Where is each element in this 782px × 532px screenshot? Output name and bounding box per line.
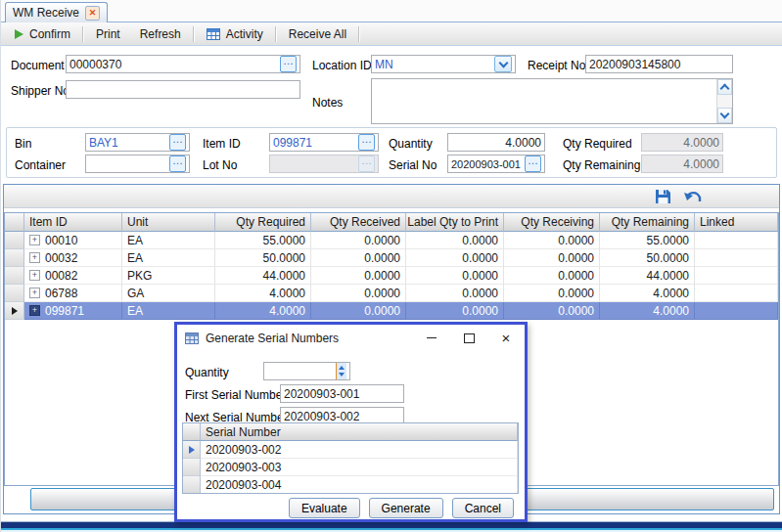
row-selector[interactable]	[5, 285, 24, 302]
column-header-qty-received[interactable]: Qty Received	[311, 213, 406, 232]
ellipsis-lookup-icon[interactable]: …	[169, 155, 186, 172]
dialog-quantity-field[interactable]	[263, 362, 350, 380]
receipt-no-field[interactable]: 20200903145800	[585, 55, 733, 73]
table-row[interactable]: 20200903-003	[183, 459, 518, 476]
scroll-up-icon[interactable]	[717, 79, 732, 95]
refresh-button[interactable]: Refresh	[130, 22, 191, 45]
serial-no-label: Serial No	[389, 158, 437, 172]
dropdown-icon[interactable]	[494, 56, 512, 72]
item-id-field[interactable]: 099871 …	[269, 133, 379, 152]
dialog-quantity-label: Quantity	[185, 366, 229, 379]
undo-button[interactable]	[683, 190, 703, 207]
column-header-linked[interactable]: Linked	[695, 213, 778, 232]
generate-button[interactable]: Generate	[369, 498, 443, 518]
table-row[interactable]: +06788 GA 4.0000 0.0000 0.0000 0.0000 4.…	[5, 285, 778, 302]
row-selector[interactable]	[5, 302, 24, 320]
column-header-qty-remaining[interactable]: Qty Remaining	[600, 213, 695, 232]
bin-field[interactable]: BAY1 …	[85, 133, 190, 152]
print-button[interactable]: Print	[86, 22, 130, 45]
ellipsis-lookup-icon[interactable]: …	[169, 134, 186, 151]
column-header-qty-required[interactable]: Qty Required	[215, 213, 311, 232]
ellipsis-lookup-icon: …	[358, 155, 375, 172]
maximize-button[interactable]	[458, 330, 480, 347]
minimize-button[interactable]	[421, 330, 442, 347]
document-no-field[interactable]: 00000370 …	[66, 55, 300, 73]
serial-numbers-grid: Serial Number 20200903-002 20200903-003 …	[182, 422, 519, 494]
dialog-titlebar[interactable]: Generate Serial Numbers ×	[177, 325, 525, 351]
container-field[interactable]: …	[85, 155, 190, 173]
shipper-no-field[interactable]	[66, 80, 300, 99]
qty-required-field: 4.0000	[641, 133, 723, 152]
expand-icon[interactable]: +	[29, 288, 40, 298]
save-button[interactable]	[655, 189, 671, 207]
qty-required-label: Qty Required	[563, 137, 632, 151]
table-row[interactable]: +00010 EA 55.0000 0.0000 0.0000 0.0000 5…	[5, 232, 778, 249]
minimize-icon	[427, 337, 437, 338]
toolbar-separator	[358, 26, 360, 42]
grid-header-row: Serial Number	[183, 423, 518, 441]
bin-label: Bin	[15, 137, 31, 151]
toolbar-separator	[82, 26, 84, 42]
close-button[interactable]: ×	[495, 330, 517, 347]
wm-receive-window: WM Receive ✕ Confirm Print Refresh Activ…	[0, 0, 782, 532]
expand-icon[interactable]: +	[29, 270, 40, 281]
notes-label: Notes	[312, 96, 343, 110]
item-id-label: Item ID	[203, 137, 241, 151]
qty-remaining-label: Qty Remaining	[563, 158, 640, 172]
evaluate-button[interactable]: Evaluate	[289, 498, 360, 518]
receive-all-button[interactable]: Receive All	[279, 22, 356, 45]
qty-remaining-field: 4.0000	[641, 155, 723, 173]
row-indicator-icon	[12, 307, 18, 315]
confirm-button[interactable]: Confirm	[5, 22, 80, 45]
table-icon	[207, 28, 220, 40]
grid-corner[interactable]	[183, 423, 201, 441]
row-selector[interactable]	[183, 441, 201, 459]
location-id-label: Location ID	[312, 59, 372, 72]
table-row[interactable]: 20200903-004	[183, 476, 518, 494]
row-selector[interactable]	[5, 232, 24, 249]
notes-field[interactable]	[371, 78, 733, 124]
ellipsis-lookup-icon[interactable]: …	[358, 134, 375, 151]
row-selector[interactable]	[183, 459, 201, 476]
spinner-up-icon[interactable]	[339, 366, 345, 370]
play-icon	[15, 29, 23, 39]
close-icon[interactable]: ✕	[85, 6, 100, 21]
ellipsis-lookup-icon[interactable]: …	[525, 155, 541, 172]
spinner-down-icon[interactable]	[339, 373, 345, 377]
first-serial-label: First Serial Number	[185, 388, 286, 402]
expand-icon[interactable]: +	[29, 252, 40, 263]
table-row[interactable]: +00032 EA 50.0000 0.0000 0.0000 0.0000 5…	[5, 249, 778, 267]
serial-no-field[interactable]: 20200903-001 …	[447, 155, 545, 173]
table-row[interactable]: 20200903-002	[183, 441, 518, 459]
table-row-selected[interactable]: +099871 EA 4.0000 0.0000 0.0000 0.0000 4…	[5, 302, 778, 320]
toolbar-separator	[275, 26, 277, 42]
row-selector[interactable]	[5, 249, 24, 267]
column-header-item-id[interactable]: Item ID	[24, 213, 122, 232]
first-serial-field[interactable]: 20200903-001	[280, 384, 404, 403]
column-header-unit[interactable]: Unit	[122, 213, 215, 232]
notes-scrollbar[interactable]	[716, 79, 732, 123]
cancel-button[interactable]: Cancel	[452, 498, 514, 518]
location-id-select[interactable]: MN	[371, 55, 516, 73]
activity-button[interactable]: Activity	[197, 22, 273, 45]
grid-corner[interactable]	[5, 213, 24, 232]
column-header-serial-number[interactable]: Serial Number	[201, 423, 518, 441]
expand-icon[interactable]: +	[29, 305, 40, 316]
row-selector[interactable]	[183, 476, 201, 494]
ellipsis-lookup-icon[interactable]: …	[280, 56, 297, 72]
expand-icon[interactable]: +	[29, 235, 40, 245]
scroll-down-icon[interactable]	[717, 108, 732, 123]
lot-no-label: Lot No	[203, 158, 237, 172]
close-icon: ×	[502, 332, 511, 345]
table-row[interactable]: +00082 PKG 44.0000 0.0000 0.0000 0.0000 …	[5, 267, 778, 285]
save-icon	[655, 189, 671, 204]
column-header-label-qty[interactable]: Label Qty to Print	[406, 213, 504, 232]
grid-header-row: Item ID Unit Qty Required Qty Received L…	[5, 213, 778, 232]
row-selector[interactable]	[5, 267, 24, 285]
tab-wm-receive[interactable]: WM Receive ✕	[5, 2, 108, 22]
undo-icon	[683, 190, 703, 204]
column-header-qty-receiving[interactable]: Qty Receiving	[504, 213, 600, 232]
quantity-spinner[interactable]	[336, 363, 346, 379]
quantity-field[interactable]: 4.0000	[447, 133, 545, 152]
container-label: Container	[15, 158, 66, 172]
